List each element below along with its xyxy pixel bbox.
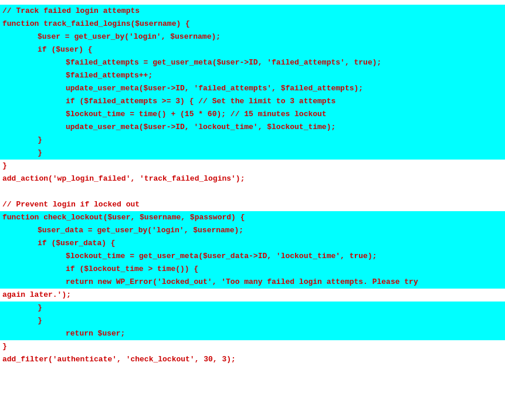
indent-spacer: [0, 237, 35, 250]
indent-spacer: [0, 95, 63, 108]
code-text: $user = get_user_by('login', $username);: [35, 31, 505, 43]
indent-spacer: [0, 56, 63, 69]
indent-spacer: [0, 302, 35, 314]
indent-spacer: [0, 31, 35, 43]
code-text: if ($user_data) {: [35, 237, 505, 250]
code-line: }: [0, 147, 505, 160]
code-text: }: [35, 302, 505, 314]
code-text: function track_failed_logins($username) …: [0, 18, 505, 31]
code-text: }: [0, 340, 9, 353]
indent-spacer: [0, 108, 63, 121]
code-text: }: [35, 314, 505, 327]
code-line: $user_data = get_user_by('login', $usern…: [0, 224, 505, 237]
code-text: function check_lockout($user, $username,…: [0, 211, 505, 224]
code-line: if ($lockout_time > time()) {: [0, 263, 505, 276]
code-line: }: [0, 134, 505, 147]
code-text: }: [0, 160, 9, 172]
code-line: if ($failed_attempts >= 3) { // Set the …: [0, 95, 505, 108]
code-content: // Track failed login attemptsfunction t…: [0, 5, 505, 366]
code-text: add_action('wp_login_failed', 'track_fai…: [0, 172, 247, 185]
code-text: if ($failed_attempts >= 3) { // Set the …: [63, 95, 505, 108]
code-line: add_filter('authenticate', 'check_lockou…: [0, 353, 505, 366]
code-text: $lockout_time = get_user_meta($user_data…: [63, 250, 505, 263]
code-line: if ($user_data) {: [0, 237, 505, 250]
code-text: again later.');: [0, 289, 73, 302]
code-line: // Prevent login if locked out: [0, 198, 505, 211]
indent-spacer: [0, 250, 63, 263]
code-line: $failed_attempts = get_user_meta($user->…: [0, 56, 505, 69]
code-block: // Track failed login attemptsfunction t…: [0, 0, 505, 371]
indent-spacer: [0, 224, 35, 237]
code-line: $lockout_time = time() + (15 * 60); // 1…: [0, 108, 505, 121]
indent-spacer: [0, 134, 35, 147]
code-text: update_user_meta($user->ID, 'failed_atte…: [63, 82, 505, 95]
code-line: return new WP_Error('locked_out', 'Too m…: [0, 276, 505, 289]
code-line: }: [0, 160, 505, 172]
code-text: }: [35, 134, 505, 147]
code-text: add_filter('authenticate', 'check_lockou…: [0, 353, 238, 366]
code-line: $lockout_time = get_user_meta($user_data…: [0, 250, 505, 263]
code-text: $failed_attempts = get_user_meta($user->…: [63, 56, 505, 69]
code-text: // Prevent login if locked out: [0, 198, 142, 211]
code-line: $failed_attempts++;: [0, 69, 505, 82]
code-text: return $user;: [63, 327, 505, 340]
code-line: add_action('wp_login_failed', 'track_fai…: [0, 172, 505, 185]
code-line: update_user_meta($user->ID, 'lockout_tim…: [0, 121, 505, 134]
code-text: }: [35, 147, 505, 160]
indent-spacer: [0, 69, 63, 82]
code-text: if ($lockout_time > time()) {: [63, 263, 505, 276]
code-line: function track_failed_logins($username) …: [0, 18, 505, 31]
code-line: }: [0, 314, 505, 327]
indent-spacer: [0, 327, 63, 340]
indent-spacer: [0, 82, 63, 95]
code-line: return $user;: [0, 327, 505, 340]
code-text: return new WP_Error('locked_out', 'Too m…: [63, 276, 505, 289]
code-text: if ($user) {: [35, 43, 505, 56]
indent-spacer: [0, 147, 35, 160]
code-line: $user = get_user_by('login', $username);: [0, 31, 505, 43]
code-line: again later.');: [0, 289, 505, 302]
indent-spacer: [0, 121, 63, 134]
code-text: $lockout_time = time() + (15 * 60); // 1…: [63, 108, 505, 121]
code-line: if ($user) {: [0, 43, 505, 56]
code-line: function check_lockout($user, $username,…: [0, 211, 505, 224]
blank-line: [0, 185, 505, 198]
indent-spacer: [0, 263, 63, 276]
code-text: // Track failed login attempts: [0, 5, 505, 18]
code-line: }: [0, 302, 505, 314]
code-text: $user_data = get_user_by('login', $usern…: [35, 224, 505, 237]
code-text: update_user_meta($user->ID, 'lockout_tim…: [63, 121, 505, 134]
code-line: // Track failed login attempts: [0, 5, 505, 18]
code-line: update_user_meta($user->ID, 'failed_atte…: [0, 82, 505, 95]
indent-spacer: [0, 43, 35, 56]
code-line: }: [0, 340, 505, 353]
indent-spacer: [0, 276, 63, 289]
indent-spacer: [0, 314, 35, 327]
code-text: $failed_attempts++;: [63, 69, 505, 82]
